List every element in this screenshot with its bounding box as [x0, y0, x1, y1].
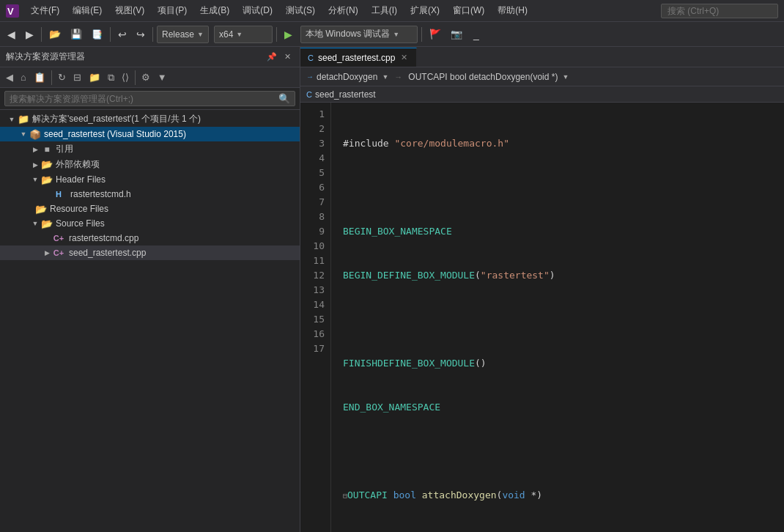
rastertestcmd-h-label: rastertestcmd.h	[70, 189, 131, 199]
breadcrumb-separator: →	[394, 73, 402, 81]
code-content[interactable]: #include "core/modulemacro.h" BEGIN_BOX_…	[331, 103, 784, 532]
tab-close-button[interactable]: ✕	[399, 52, 409, 63]
editor-tab-seed-rastertest[interactable]: C seed_rastertest.cpp ✕	[300, 48, 417, 67]
header-files-icon: 📂	[41, 174, 53, 185]
menu-window[interactable]: 窗口(W)	[447, 2, 490, 19]
code-line-3: BEGIN_BOX_NAMESPACE	[343, 224, 772, 239]
panel-tb-back[interactable]: ◀	[3, 70, 16, 84]
code-line-1: #include "core/modulemacro.h"	[343, 136, 772, 151]
menu-help[interactable]: 帮助(H)	[492, 2, 533, 19]
line-num-17: 17	[309, 341, 325, 356]
screenshot-button[interactable]: 📷	[447, 26, 466, 43]
source-files-icon: 📂	[41, 218, 53, 229]
panel-tb-filter[interactable]: ▼	[155, 70, 170, 84]
tree-item-project[interactable]: ▼ 📦 seed_rastertest (Visual Studio 2015)	[0, 127, 300, 141]
line-num-3: 3	[309, 136, 325, 151]
line-num-14: 14	[309, 298, 325, 312]
tree-item-solution[interactable]: ▼ 📁 解决方案'seed_rastertest'(1 个项目/共 1 个)	[0, 111, 300, 127]
panel-tb-folder[interactable]: 📁	[86, 70, 103, 84]
forward-button[interactable]: ▶	[21, 26, 37, 43]
menu-extensions[interactable]: 扩展(X)	[404, 2, 445, 19]
panel-action-buttons: 📌 ✕	[264, 51, 294, 62]
seed-cpp-expand-icon: ▶	[41, 249, 53, 256]
panel-close-button[interactable]: ✕	[281, 51, 294, 62]
redo-button[interactable]: ↪	[133, 26, 149, 43]
back-button[interactable]: ◀	[3, 26, 19, 43]
rastertestcmd-cpp-label: rastertestcmd.cpp	[69, 233, 138, 243]
tree-item-header-files[interactable]: ▼ 📂 Header Files	[0, 172, 300, 187]
editor-tab-bar: C seed_rastertest.cpp ✕	[300, 47, 784, 67]
breadcrumb-item-2[interactable]: OUTCAPI bool detachDoxygen(void *) ▼	[408, 72, 569, 82]
undo-button[interactable]: ↩	[114, 26, 130, 43]
menu-project[interactable]: 项目(P)	[152, 2, 193, 19]
open-file-button[interactable]: 📂	[45, 26, 64, 43]
bookmark-button[interactable]: 🚩	[426, 26, 445, 43]
panel-tb-show-all[interactable]: 📋	[31, 70, 48, 84]
tree-item-references[interactable]: ▶ ■ 引用	[0, 141, 300, 157]
platform-dropdown[interactable]: x64 ▼	[214, 26, 273, 43]
menu-analyze[interactable]: 分析(N)	[322, 2, 364, 19]
start-debug-button[interactable]: ▶	[281, 26, 297, 43]
menu-view[interactable]: 视图(V)	[109, 2, 150, 19]
project-icon: 📦	[29, 128, 41, 140]
save-button[interactable]: 💾	[67, 26, 86, 43]
tree-item-seed-rastertest-cpp[interactable]: ▶ C+ seed_rastertest.cpp	[0, 245, 300, 260]
panel-tb-home[interactable]: ⌂	[18, 70, 29, 84]
line-num-2: 2	[309, 122, 325, 136]
global-search-input[interactable]	[661, 4, 778, 18]
panel-header: 解决方案资源管理器 📌 ✕	[0, 47, 300, 67]
panel-pin-button[interactable]: 📌	[264, 51, 280, 62]
panel-tb-code[interactable]: ⟨⟩	[119, 70, 132, 84]
file-label-text: seed_rastertest	[315, 89, 376, 100]
tree-item-resource-files[interactable]: 📂 Resource Files	[0, 202, 300, 216]
tab-label: seed_rastertest.cpp	[318, 53, 395, 63]
code-line-9: ⊟OUTCAPI bool attachDoxygen(void *)	[343, 488, 772, 503]
h-file-icon: H	[53, 188, 64, 200]
panel-title: 解决方案资源管理器	[6, 51, 85, 63]
code-editor[interactable]: 1 2 3 4 5 6 7 8 9 10 11 12 13 14 15 16 1…	[300, 103, 784, 532]
save-all-button[interactable]: 📑	[88, 26, 106, 43]
line-num-9: 9	[309, 224, 325, 239]
config-dropdown[interactable]: Release ▼	[157, 26, 209, 43]
menu-build[interactable]: 生成(B)	[194, 2, 235, 19]
debug-target-arrow: ▼	[393, 31, 399, 38]
tree-item-source-files[interactable]: ▼ 📂 Source Files	[0, 216, 300, 231]
source-files-label: Source Files	[56, 218, 105, 229]
menu-test[interactable]: 测试(S)	[280, 2, 321, 19]
line-num-10: 10	[309, 239, 325, 254]
line-num-12: 12	[309, 268, 325, 283]
line-num-1: 1	[309, 107, 325, 122]
toolbar-separator-5	[421, 27, 422, 42]
tree-item-rastertestcmd-h[interactable]: H rastertestcmd.h	[0, 187, 300, 202]
line-num-8: 8	[309, 210, 325, 224]
references-expand-icon: ▶	[29, 146, 41, 153]
project-label: seed_rastertest (Visual Studio 2015)	[44, 129, 186, 139]
seed-rastertest-cpp-label: seed_rastertest.cpp	[69, 248, 146, 258]
header-files-expand-icon: ▼	[29, 176, 41, 183]
solution-search-input[interactable]	[10, 94, 275, 104]
editor-area: C seed_rastertest.cpp ✕ → detachDoxygen …	[300, 47, 784, 532]
references-label: 引用	[56, 143, 73, 155]
toolbar: ◀ ▶ 📂 💾 📑 ↩ ↪ Release ▼ x64 ▼ ▶ 本地 Windo…	[0, 22, 784, 47]
menu-file[interactable]: 文件(F)	[25, 2, 65, 19]
code-line-4: BEGIN_DEFINE_BOX_MODULE("rastertest")	[343, 268, 772, 283]
toolbar-separator-4	[276, 27, 277, 42]
tree-item-rastertestcmd-cpp[interactable]: C+ rastertestcmd.cpp	[0, 231, 300, 245]
external-deps-label: 外部依赖项	[56, 158, 100, 171]
breadcrumb-label-2: OUTCAPI bool detachDoxygen(void *)	[408, 72, 558, 82]
menu-tools[interactable]: 工具(I)	[366, 2, 403, 19]
debug-target-dropdown[interactable]: 本地 Windows 调试器 ▼	[300, 26, 418, 43]
panel-tb-refresh[interactable]: ↻	[55, 70, 69, 84]
panel-tb-copy[interactable]: ⧉	[105, 70, 117, 85]
tree-item-external-deps[interactable]: ▶ 📂 外部依赖项	[0, 157, 300, 172]
solution-search-wrap: 🔍	[4, 91, 295, 106]
breadcrumb-label-1: detachDoxygen	[317, 72, 377, 82]
extra-button[interactable]: _	[468, 26, 484, 43]
panel-tb-collapse[interactable]: ⊟	[70, 70, 84, 84]
menu-debug[interactable]: 调试(D)	[237, 2, 278, 19]
file-label-bar: C seed_rastertest	[300, 86, 784, 103]
panel-tb-properties[interactable]: ⚙	[138, 70, 153, 84]
solution-icon: 📁	[18, 114, 29, 125]
breadcrumb-item-1[interactable]: → detachDoxygen ▼	[306, 72, 388, 82]
menu-edit[interactable]: 编辑(E)	[67, 2, 108, 19]
